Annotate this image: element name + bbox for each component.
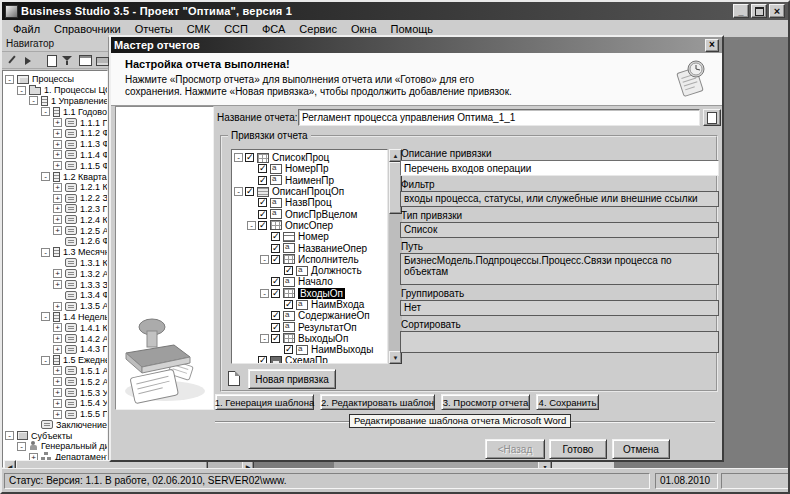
plus-expander-icon[interactable]: +: [53, 302, 62, 311]
minus-expander-icon[interactable]: -: [41, 356, 50, 365]
step-button-3[interactable]: 3. Просмотр отчета: [441, 394, 530, 410]
restore-icon[interactable]: [751, 4, 767, 18]
menu-item-Сервис[interactable]: Сервис: [292, 22, 344, 36]
binding-tree-item[interactable]: ОписПрВцелом: [234, 208, 387, 219]
checkbox[interactable]: [258, 356, 267, 364]
menu-item-ССП[interactable]: ССП: [217, 22, 255, 36]
checkbox[interactable]: [271, 323, 280, 332]
tree-item[interactable]: -Генеральный дир: [5, 441, 107, 452]
plus-expander-icon[interactable]: +: [53, 194, 62, 203]
menu-item-Файл[interactable]: Файл: [6, 22, 47, 36]
document-icon[interactable]: [703, 109, 721, 126]
tree-item[interactable]: +1.1.2 Фор: [5, 128, 107, 139]
finish-button[interactable]: Готово: [549, 439, 607, 459]
binding-tree-item[interactable]: -ОписОпер: [234, 220, 387, 231]
tree-item[interactable]: +1.5.4 Учё: [5, 398, 107, 409]
tree-item[interactable]: +1.2.3 При: [5, 204, 107, 215]
print-icon[interactable]: [94, 53, 110, 68]
binding-tree-item[interactable]: -Исполнитель: [234, 254, 387, 265]
step-button-1[interactable]: 1. Генерация шаблона: [215, 394, 314, 410]
checkbox[interactable]: [271, 232, 280, 241]
window-icon[interactable]: [77, 53, 93, 68]
tree-item[interactable]: +1.3.2 Ана: [5, 268, 107, 279]
tree-item[interactable]: +1.5.5 Пла: [5, 409, 107, 420]
checkbox[interactable]: [258, 198, 267, 207]
menu-item-Помощь[interactable]: Помощь: [384, 22, 441, 36]
report-name-input[interactable]: [298, 109, 700, 126]
doc-icon[interactable]: [43, 53, 59, 68]
binding-tree-item[interactable]: Должность: [234, 265, 387, 276]
plus-expander-icon[interactable]: +: [53, 118, 62, 127]
minus-expander-icon[interactable]: -: [41, 248, 50, 257]
tree-item[interactable]: 1.3.4 Фор: [5, 290, 107, 301]
step-button-4[interactable]: 4. Сохранить: [536, 394, 599, 410]
plus-expander-icon[interactable]: +: [53, 280, 62, 289]
minus-expander-icon[interactable]: -: [234, 153, 243, 162]
checkbox[interactable]: [258, 210, 267, 219]
plus-expander-icon[interactable]: +: [53, 269, 62, 278]
tree-item[interactable]: +1.5.2 Ана: [5, 376, 107, 387]
checkbox[interactable]: [284, 345, 293, 354]
binding-tree-item[interactable]: Начало: [234, 276, 387, 287]
checkbox[interactable]: [271, 255, 280, 264]
tree-item[interactable]: +1.2.5 Ана: [5, 225, 107, 236]
tree-item[interactable]: +1.4.2 Ана: [5, 333, 107, 344]
binding-tree-item[interactable]: НаимВыходы: [234, 344, 387, 355]
plus-expander-icon[interactable]: +: [53, 366, 62, 375]
tree-item[interactable]: +1.2.2 Зак: [5, 193, 107, 204]
tree-item[interactable]: Заключение дог: [5, 420, 107, 431]
binding-tree-item[interactable]: Номер: [234, 231, 387, 242]
dialog-close-button[interactable]: ×: [705, 39, 719, 52]
edit-icon[interactable]: [4, 53, 20, 68]
step-button-2[interactable]: 2. Редактировать шаблон: [320, 394, 435, 410]
binding-tree-item[interactable]: НаимВхода: [234, 299, 387, 310]
minus-expander-icon[interactable]: -: [5, 431, 14, 440]
plus-expander-icon[interactable]: +: [53, 377, 62, 386]
binding-tree-item[interactable]: СхемаПр: [234, 355, 387, 364]
checkbox[interactable]: [271, 244, 280, 253]
checkbox[interactable]: [245, 187, 254, 196]
tree-item[interactable]: +1.3.5 Ана: [5, 301, 107, 312]
binding-tree-item[interactable]: -ВыходыОп: [234, 333, 387, 344]
tree-item[interactable]: +1.4.3 Пла: [5, 344, 107, 355]
filter-icon[interactable]: [60, 53, 76, 68]
minus-expander-icon[interactable]: -: [17, 86, 26, 95]
tree-item[interactable]: -1.4 Недельн: [5, 312, 107, 323]
tree-item[interactable]: +1.3.3 Зак: [5, 279, 107, 290]
binding-tree-item[interactable]: НомерПр: [234, 163, 387, 174]
tree-item[interactable]: 1.2.6 Фор: [5, 236, 107, 247]
tree-item[interactable]: +1.4.1 Кон: [5, 322, 107, 333]
minus-expander-icon[interactable]: -: [260, 334, 269, 343]
tree-item[interactable]: -1. Процессы ЦО: [5, 85, 107, 96]
plus-expander-icon[interactable]: +: [53, 226, 62, 235]
tree-item[interactable]: +1.2.4 Кор: [5, 214, 107, 225]
plus-expander-icon[interactable]: +: [53, 204, 62, 213]
checkbox[interactable]: [271, 277, 280, 286]
binding-tree-item[interactable]: -СписокПроц: [234, 152, 387, 163]
minus-expander-icon[interactable]: -: [29, 96, 38, 105]
minus-expander-icon[interactable]: -: [260, 289, 269, 298]
plus-expander-icon[interactable]: +: [53, 129, 62, 138]
plus-expander-icon[interactable]: +: [53, 345, 62, 354]
plus-expander-icon[interactable]: +: [53, 150, 62, 159]
tree-item[interactable]: -1.1 Годовой: [5, 106, 107, 117]
tree-item[interactable]: +1.5.3 Уче: [5, 387, 107, 398]
tree-item[interactable]: +1.1.3 Фор: [5, 139, 107, 150]
plus-expander-icon[interactable]: +: [53, 334, 62, 343]
new-binding-button[interactable]: Новая привязка: [248, 369, 336, 389]
forward-icon[interactable]: [21, 53, 37, 68]
minus-expander-icon[interactable]: -: [260, 255, 269, 264]
tree-item[interactable]: -Процессы: [5, 74, 107, 85]
binding-tree-item[interactable]: НазваниеОпер: [234, 242, 387, 253]
minus-expander-icon[interactable]: -: [41, 107, 50, 116]
tree-item[interactable]: -1.5 Ежедне: [5, 355, 107, 366]
tree-item[interactable]: +1.1.4 Фор: [5, 150, 107, 161]
binding-tree-item[interactable]: РезультатОп: [234, 321, 387, 332]
checkbox[interactable]: [258, 221, 267, 230]
plus-expander-icon[interactable]: +: [53, 388, 62, 397]
minus-expander-icon[interactable]: -: [41, 312, 50, 321]
plus-expander-icon[interactable]: +: [53, 183, 62, 192]
tree-item[interactable]: +1.1.1 Пла: [5, 117, 107, 128]
plus-expander-icon[interactable]: +: [53, 323, 62, 332]
minus-expander-icon[interactable]: -: [234, 187, 243, 196]
